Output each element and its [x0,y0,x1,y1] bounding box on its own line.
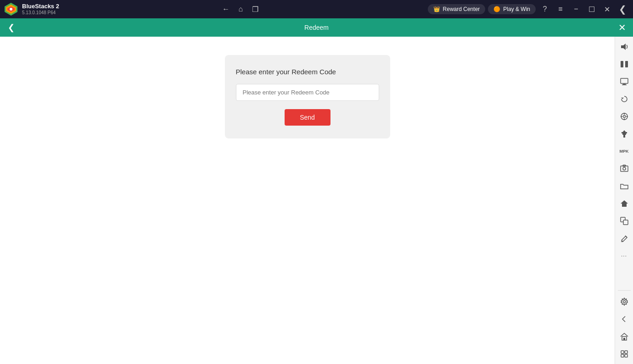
redeem-bar: ❮ Redeem ✕ [0,18,633,37]
svg-marker-10 [621,98,624,99]
nav-tabs-button[interactable]: ❐ [249,3,262,16]
svg-point-12 [623,116,625,118]
send-button[interactable]: Send [285,109,331,126]
volume-icon [620,43,628,51]
rotate-icon [620,95,628,103]
tower-icon-button[interactable] [616,126,633,142]
settings-icon-button[interactable] [616,293,633,310]
mpk-label: MPK [620,149,629,154]
reward-center-button[interactable]: 👑 Reward Center [428,4,486,14]
nav-buttons: ← ⌂ ❐ [219,3,262,16]
svg-rect-17 [623,134,625,138]
help-button[interactable]: ? [538,3,551,16]
home-icon [620,332,628,341]
svg-rect-27 [623,220,628,225]
app-name: BlueStacks 2 [22,3,59,10]
svg-point-3 [10,8,12,11]
redeem-back-button[interactable]: ❮ [5,21,17,34]
svg-point-30 [623,301,625,303]
titlebar-right: 👑 Reward Center 🟠 Play & Win ? ≡ − ☐ ✕ ❮ [428,3,629,16]
svg-rect-20 [622,132,622,133]
mpk-icon-button[interactable]: MPK [616,143,633,160]
app-info: BlueStacks 2 5.13.0.1048 P64 [22,3,59,16]
screenshot-icon [620,165,628,173]
svg-rect-34 [625,351,627,353]
edit-icon [620,234,628,243]
svg-rect-22 [621,166,628,171]
play-icon-button[interactable] [616,56,633,72]
svg-rect-5 [621,61,623,67]
svg-marker-25 [621,200,628,207]
play-win-button[interactable]: 🟠 Play & Win [488,4,536,14]
nav-back-button[interactable]: ← [219,3,232,16]
back-arrow-button[interactable]: ❮ [616,3,629,16]
bluestacks-logo [4,2,18,17]
minimize-button[interactable]: − [570,3,583,16]
screenshot-icon-button[interactable] [616,160,633,177]
tower-icon [620,130,628,138]
svg-rect-35 [621,354,624,357]
svg-rect-18 [622,133,626,135]
play-win-label: Play & Win [503,6,530,12]
resize-icon-button[interactable] [616,213,633,229]
app-version: 5.13.0.1048 P64 [22,10,59,16]
svg-rect-7 [621,78,628,83]
more-icon-button[interactable]: ··· [616,248,633,264]
settings-icon [620,298,628,306]
svg-rect-32 [623,338,625,340]
screen-icon [620,77,628,86]
edit-icon-button[interactable] [616,230,633,247]
location-icon-button[interactable] [616,108,633,125]
titlebar: BlueStacks 2 5.13.0.1048 P64 ← ⌂ ❐ 👑 Rew… [0,0,633,18]
right-sidebar: MPK [615,37,633,364]
svg-rect-33 [621,351,624,353]
eco-icon-button[interactable] [616,195,633,212]
folder-icon-button[interactable] [616,178,633,194]
location-icon [620,112,628,121]
window-close-button[interactable]: ✕ [601,3,614,16]
recents-icon [620,350,628,358]
redeem-card-title: Please enter your Redeem Code [236,68,336,76]
volume-icon-button[interactable] [616,39,633,55]
redeem-close-button[interactable]: ✕ [616,21,628,34]
rotate-icon-button[interactable] [616,91,633,107]
orange-circle-icon: 🟠 [493,6,500,12]
svg-marker-4 [621,44,626,50]
main-area: ❮ Redeem ✕ Please enter your Redeem Code… [0,18,633,364]
bottom-recents-button[interactable] [616,346,633,362]
maximize-button[interactable]: ☐ [585,3,598,16]
more-dots: ··· [621,253,627,259]
eco-icon [620,199,628,208]
folder-icon [620,182,628,190]
svg-rect-21 [626,132,627,133]
menu-button[interactable]: ≡ [554,3,567,16]
sidebar-divider [618,290,631,291]
bottom-back-button[interactable] [616,311,633,327]
redeem-code-input[interactable] [236,84,379,101]
redeem-card: Please enter your Redeem Code Send [225,55,390,138]
svg-rect-36 [625,354,627,357]
content-area: Please enter your Redeem Code Send [0,37,633,364]
play-icon [620,60,628,68]
crown-icon: 👑 [433,6,440,12]
screen-icon-button[interactable] [616,73,633,90]
main-content: Please enter your Redeem Code Send [0,37,615,364]
resize-icon [620,217,628,225]
svg-rect-6 [625,61,628,67]
bottom-home-button[interactable] [616,328,633,345]
reward-center-label: Reward Center [443,6,480,12]
back-arrow-icon [620,315,628,323]
nav-home-button[interactable]: ⌂ [234,3,247,16]
redeem-bar-title: Redeem [304,24,329,31]
svg-point-23 [623,167,626,170]
